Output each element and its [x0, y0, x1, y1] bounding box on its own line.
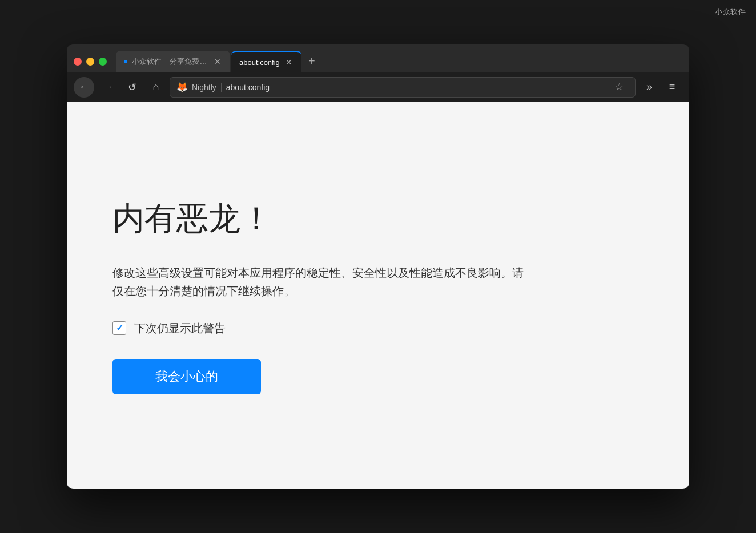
- checkbox-check-icon: ✓: [116, 324, 123, 333]
- toolbar: ← → ↺ ⌂ 🦊 Nightly about:config ☆ » ≡: [67, 72, 689, 102]
- watermark-label: 小众软件: [715, 7, 746, 17]
- close-window-button[interactable]: [74, 58, 82, 66]
- reload-button[interactable]: ↺: [122, 77, 142, 98]
- tab-1-title: 小众软件 – 分享免费、小...: [132, 56, 208, 67]
- home-button[interactable]: ⌂: [146, 77, 166, 98]
- accept-button[interactable]: 我会小心的: [112, 359, 261, 394]
- browser-window: 小众软件 – 分享免费、小... ✕ about:config ✕ + ← → …: [67, 44, 689, 489]
- checkbox-label: 下次仍显示此警告: [134, 321, 226, 336]
- tab-1-close-button[interactable]: ✕: [213, 57, 222, 66]
- page-title: 内有恶龙！: [112, 197, 644, 241]
- tab-1[interactable]: 小众软件 – 分享免费、小... ✕: [116, 51, 230, 72]
- overflow-button[interactable]: »: [639, 77, 660, 98]
- bookmark-button[interactable]: ☆: [610, 78, 628, 96]
- back-button[interactable]: ←: [74, 77, 94, 98]
- warning-description: 修改这些高级设置可能对本应用程序的稳定性、安全性以及性能造成不良影响。请仅在您十…: [112, 264, 524, 300]
- maximize-window-button[interactable]: [99, 58, 107, 66]
- minimize-window-button[interactable]: [86, 58, 94, 66]
- content-area: 内有恶龙！ 修改这些高级设置可能对本应用程序的稳定性、安全性以及性能造成不良影响…: [67, 102, 689, 489]
- window-controls: [74, 58, 107, 72]
- checkbox-row: ✓ 下次仍显示此警告: [112, 321, 644, 336]
- title-bar: 小众软件 – 分享免费、小... ✕ about:config ✕ +: [67, 44, 689, 72]
- tab-loading-indicator: [124, 60, 127, 63]
- tabs-area: 小众软件 – 分享免费、小... ✕ about:config ✕ +: [116, 51, 682, 72]
- page-content: 内有恶龙！ 修改这些高级设置可能对本应用程序的稳定性、安全性以及性能造成不良影响…: [67, 102, 689, 489]
- forward-button[interactable]: →: [98, 77, 118, 98]
- url-site-name: Nightly: [192, 83, 222, 92]
- tab-2-title: about:config: [239, 58, 280, 67]
- tab-2-close-button[interactable]: ✕: [284, 58, 293, 67]
- menu-button[interactable]: ≡: [662, 77, 682, 98]
- tab-2[interactable]: about:config ✕: [231, 51, 301, 72]
- toolbar-right: » ≡: [639, 77, 682, 98]
- url-bar[interactable]: 🦊 Nightly about:config ☆: [170, 77, 636, 98]
- firefox-icon: 🦊: [177, 82, 187, 92]
- new-tab-button[interactable]: +: [303, 52, 321, 70]
- show-warning-checkbox[interactable]: ✓: [112, 321, 126, 335]
- url-text: about:config: [226, 83, 605, 92]
